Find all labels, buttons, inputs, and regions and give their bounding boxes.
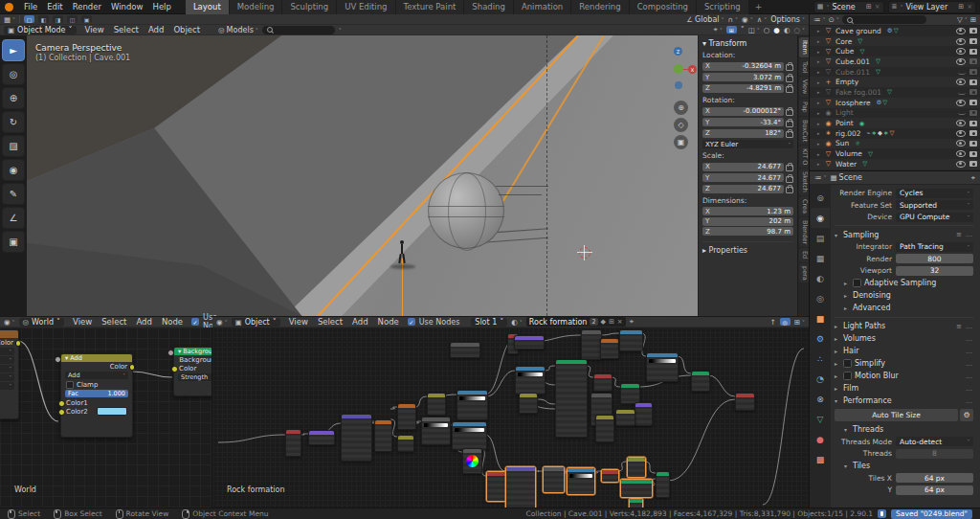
properties-tab-output[interactable]: ▤ [811, 228, 830, 248]
eye-open-icon[interactable] [956, 38, 966, 45]
camera-visibility-icon[interactable] [969, 130, 977, 136]
material-name-field[interactable]: Rock formation 2 ◆ ⊞ × [526, 317, 626, 327]
properties-tab-object[interactable]: ■ [811, 308, 830, 328]
outliner-item-icosphere[interactable]: ▸▽Icosphere⚙▽ [810, 98, 980, 108]
shader-node[interactable] [629, 498, 643, 508]
threads-mode-dropdown[interactable]: Auto-detect˅ [896, 437, 973, 446]
shader-node[interactable] [452, 421, 487, 450]
object-menu-view[interactable]: View [284, 317, 313, 327]
outliner-display-mode-dropdown[interactable]: ≔˅ [813, 15, 826, 24]
properties-tab-tool[interactable]: ⊚ [811, 188, 830, 208]
tool-measure[interactable]: ∠ [2, 207, 25, 229]
expand-icon[interactable]: ▸ [817, 110, 822, 116]
tool-scale[interactable]: ▨ [2, 135, 25, 157]
shader-node[interactable] [601, 469, 619, 483]
section-threads[interactable]: ▾Threads [835, 424, 973, 436]
lock-icon[interactable] [786, 121, 793, 127]
sidebar-tab-view[interactable]: View [799, 77, 809, 97]
scene-character[interactable] [394, 240, 413, 275]
eye-open-icon[interactable] [956, 150, 966, 157]
tiles-x-field[interactable]: 64 px [896, 473, 973, 483]
new-scene-icon[interactable]: ⊞ [866, 3, 872, 11]
shader-node[interactable] [427, 393, 446, 416]
properties-tab-physics[interactable]: ◔ [811, 369, 830, 389]
shader-node[interactable] [595, 415, 614, 442]
add-workspace-button[interactable]: + [749, 0, 768, 14]
expand-icon[interactable]: ▸ [817, 69, 822, 75]
eye-closed-icon[interactable] [958, 90, 966, 95]
remove-view-layer-icon[interactable]: × [967, 3, 972, 11]
workspace-tab-compositing[interactable]: Compositing [630, 0, 697, 14]
properties-tab-render[interactable]: ◉ [811, 208, 830, 228]
properties-tab-object-data[interactable]: ▽ [811, 409, 830, 429]
node-dropdown[interactable]: ˅ [0, 382, 14, 390]
box-select-toggle[interactable]: ◧ [38, 15, 49, 23]
properties-editor-type-button[interactable]: ≔˅ [814, 173, 827, 182]
camera-visibility-icon[interactable] [969, 38, 977, 44]
expand-icon[interactable]: ▸ [817, 89, 822, 95]
eye-open-icon[interactable] [956, 140, 966, 147]
shader-node[interactable] [581, 329, 602, 360]
viewport-menu-view[interactable]: View [80, 25, 109, 34]
workspace-tab-rendering[interactable]: Rendering [571, 0, 629, 14]
section-tiles[interactable]: ▾Tiles [835, 461, 973, 472]
menu-render[interactable]: Render [68, 2, 106, 11]
viewport-menu-add[interactable]: Add [144, 25, 168, 34]
pin-icon[interactable]: ⌖ [630, 317, 634, 327]
lock-icon[interactable] [786, 86, 793, 93]
shader-node[interactable] [656, 471, 670, 498]
device-dropdown[interactable]: GPU Compute˅ [896, 213, 973, 222]
camera-visibility-icon[interactable] [969, 49, 977, 55]
outliner-item-volume[interactable]: ▸▽Volume▽ [810, 148, 980, 159]
camera-visibility-icon[interactable] [969, 58, 977, 64]
shader-node[interactable] [421, 417, 451, 445]
pan-hand-button[interactable]: ◇ [674, 118, 688, 132]
fake-user-shield-icon[interactable]: ◆ [601, 318, 606, 326]
shader-node[interactable] [308, 430, 335, 445]
outliner-filter-dropdown[interactable]: ▽˅ [957, 15, 968, 24]
overlays-toggle[interactable]: ⊞ [726, 26, 737, 34]
section-performance[interactable]: ▾Performance… [835, 395, 973, 407]
shader-node[interactable] [620, 383, 640, 404]
world-menu-select[interactable]: Select [97, 317, 131, 327]
eye-open-icon[interactable] [956, 161, 966, 168]
navigation-gizmo[interactable]: Z X [662, 47, 697, 95]
shader-node[interactable] [600, 338, 619, 359]
user-count-badge[interactable]: 2 [590, 318, 597, 326]
gizmo-x-axis[interactable]: X [688, 65, 697, 74]
rotation-field-z[interactable]: Z182° [702, 129, 784, 138]
new-view-layer-icon[interactable]: ⊞ [958, 3, 964, 11]
lock-icon[interactable] [786, 187, 793, 193]
object-menu-add[interactable]: Add [347, 317, 372, 327]
shader-node[interactable] [462, 448, 482, 474]
sidebar-tab-tool[interactable]: Tool [799, 58, 809, 77]
clamp-checkbox[interactable] [66, 381, 74, 389]
shading-rendered-button[interactable]: ◌˅ [793, 26, 805, 34]
world-menu-view[interactable]: View [68, 317, 97, 327]
workspace-tab-sculpting[interactable]: Sculpting [282, 0, 337, 14]
shading-material-button[interactable]: ◐ [784, 26, 791, 34]
select-mode-toggle[interactable]: ▣ [81, 15, 92, 23]
shader-node[interactable] [620, 479, 653, 498]
world-menu-node[interactable]: Node [157, 317, 188, 327]
rotation-field-x[interactable]: X-0.000012° [702, 107, 784, 116]
section-simplify[interactable]: ▸Simplify… [835, 358, 973, 370]
gizmo-minus-axis[interactable] [675, 81, 682, 89]
socket-color-in[interactable] [171, 366, 178, 372]
eye-closed-icon[interactable] [958, 70, 966, 75]
eye-open-icon[interactable] [956, 28, 966, 34]
lock-icon[interactable] [786, 131, 793, 138]
section-adaptive-sampling[interactable]: ▸Adaptive Sampling [835, 278, 973, 289]
section-checkbox[interactable] [843, 372, 852, 380]
dimensions-field-x[interactable]: X1.23 m [702, 207, 793, 215]
camera-visibility-icon[interactable] [969, 79, 977, 85]
section-light-paths[interactable]: ▸Light Paths≡ … [835, 321, 973, 332]
shader-node[interactable] [450, 342, 480, 358]
outliner-item-water[interactable]: ▸▽Water▽ [810, 159, 980, 169]
object-menu-node[interactable]: Node [373, 317, 404, 327]
asset-options-dropdown[interactable]: ˅ [339, 27, 342, 34]
scene-selector[interactable]: ▦˅ Scene ⊞× [813, 1, 884, 13]
use-nodes-checkbox[interactable]: ✓ [408, 318, 415, 326]
viewport-menu-object[interactable]: Object [168, 25, 205, 34]
expand-icon[interactable]: ▸ [817, 100, 822, 105]
